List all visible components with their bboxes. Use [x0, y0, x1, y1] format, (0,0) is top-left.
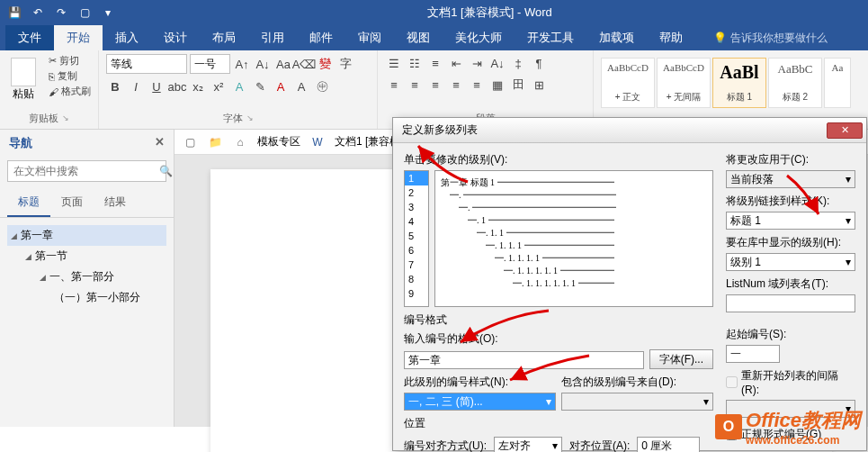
tree-item[interactable]: ◢一、第一部分: [7, 267, 166, 287]
tab-results[interactable]: 结果: [94, 189, 137, 217]
listnum-input[interactable]: [726, 294, 855, 312]
tab-references[interactable]: 引用: [248, 25, 297, 50]
gallery-level-combo[interactable]: 级别 1▾: [726, 253, 855, 271]
align-left-icon[interactable]: ≡: [385, 76, 403, 94]
font-name-combo[interactable]: 等线: [106, 54, 187, 74]
tab-layout[interactable]: 布局: [200, 25, 248, 50]
sort2-icon[interactable]: ⊞: [530, 76, 548, 94]
style-more[interactable]: Aa: [824, 58, 851, 108]
grow-font-icon[interactable]: A↑: [233, 55, 251, 73]
show-marks-icon[interactable]: ¶: [530, 54, 548, 72]
bold-icon[interactable]: B: [106, 77, 124, 95]
copy-button[interactable]: ⎘复制: [49, 69, 91, 83]
level-item[interactable]: 5: [405, 229, 428, 243]
increase-indent-icon[interactable]: ⇥: [468, 54, 486, 72]
level-item[interactable]: 2: [405, 185, 428, 200]
subscript-icon[interactable]: x₂: [189, 77, 207, 95]
tree-item[interactable]: ◢第一节: [7, 246, 166, 267]
numbering-icon[interactable]: ☷: [406, 54, 424, 72]
apply-to-combo[interactable]: 当前段落▾: [726, 170, 855, 188]
distribute-icon[interactable]: ≡: [468, 76, 486, 94]
tell-me-search[interactable]: 💡 告诉我你想要做什么: [713, 25, 828, 50]
level-item[interactable]: 8: [405, 272, 428, 286]
redo-icon[interactable]: ↷: [52, 4, 70, 22]
underline-icon[interactable]: U: [148, 77, 166, 95]
highlight-icon[interactable]: ✎: [251, 77, 269, 95]
home-icon[interactable]: ⌂: [232, 134, 248, 150]
level-item[interactable]: 3: [405, 200, 428, 214]
phonetic-icon[interactable]: 變: [316, 55, 334, 73]
shrink-font-icon[interactable]: A↓: [254, 55, 272, 73]
level-item[interactable]: 4: [405, 214, 428, 229]
folder-icon[interactable]: 📁: [207, 134, 223, 150]
strike-icon[interactable]: abc: [168, 77, 186, 95]
new-icon[interactable]: ▢: [76, 4, 94, 22]
qat-dropdown-icon[interactable]: ▾: [99, 4, 117, 22]
style-heading2[interactable]: AaBbC 标题 2: [768, 58, 822, 108]
tree-item[interactable]: ◢第一章: [7, 225, 166, 246]
tree-item[interactable]: （一）第一小部分: [7, 287, 166, 308]
font-color-icon[interactable]: A: [272, 77, 290, 95]
clear-format-icon[interactable]: A⌫: [295, 55, 313, 73]
line-spacing-icon[interactable]: ‡: [509, 54, 527, 72]
level-item[interactable]: 1: [405, 171, 428, 185]
tab-mailings[interactable]: 邮件: [297, 25, 345, 50]
undo-icon[interactable]: ↶: [29, 4, 47, 22]
format-painter-button[interactable]: 🖌格式刷: [49, 85, 91, 98]
tab-devtools[interactable]: 开发工具: [515, 25, 586, 50]
superscript-icon[interactable]: x²: [210, 77, 228, 95]
enclose-icon[interactable]: 字: [336, 55, 354, 73]
italic-icon[interactable]: I: [127, 77, 145, 95]
close-icon[interactable]: ✕: [155, 135, 165, 151]
borders-icon[interactable]: 田: [509, 76, 527, 94]
decrease-indent-icon[interactable]: ⇤: [447, 54, 465, 72]
restart-checkbox-row[interactable]: 重新开始列表的间隔(R):: [726, 368, 855, 396]
start-at-input[interactable]: [726, 345, 780, 363]
circle-icon[interactable]: ㊥: [313, 77, 331, 95]
multilevel-icon[interactable]: ≡: [426, 54, 444, 72]
style-nospacing[interactable]: AaBbCcD + 无间隔: [657, 58, 711, 108]
tab-insert[interactable]: 插入: [103, 25, 151, 50]
level-item[interactable]: 6: [405, 243, 428, 258]
number-format-input[interactable]: [404, 351, 644, 369]
tab-view[interactable]: 视图: [394, 25, 443, 50]
restart-checkbox[interactable]: [726, 376, 738, 388]
tab-design[interactable]: 设计: [151, 25, 200, 50]
tab-home[interactable]: 开始: [54, 25, 103, 50]
level-item[interactable]: 9: [405, 286, 428, 301]
justify-icon[interactable]: ≡: [447, 76, 465, 94]
dialog-launcher-icon[interactable]: ↘: [62, 113, 69, 122]
cut-button[interactable]: ✂剪切: [49, 54, 91, 68]
change-case-icon[interactable]: Aa: [274, 55, 292, 73]
level-item[interactable]: 7: [405, 258, 428, 272]
dialog-launcher-icon[interactable]: ↘: [246, 113, 254, 122]
align-right-icon[interactable]: ≡: [426, 76, 444, 94]
sort-icon[interactable]: A↓: [488, 54, 506, 72]
tab-addins[interactable]: 加载项: [586, 25, 647, 50]
alignment-combo[interactable]: 左对齐▾: [494, 437, 562, 452]
font-size-combo[interactable]: 一号: [190, 54, 230, 74]
template-tab[interactable]: 模板专区: [257, 134, 300, 149]
paste-button[interactable]: 粘贴: [7, 54, 40, 111]
nav-search[interactable]: 🔍: [7, 160, 166, 182]
style-normal[interactable]: AaBbCcD + 正文: [601, 58, 655, 108]
close-button[interactable]: ✕: [827, 122, 863, 139]
tab-help[interactable]: 帮助: [647, 25, 695, 50]
number-style-combo[interactable]: 一, 二, 三 (简)...▾: [404, 393, 556, 411]
save-icon[interactable]: 💾: [5, 4, 23, 22]
font-button[interactable]: 字体(F)...: [649, 349, 713, 369]
bullets-icon[interactable]: ☰: [385, 54, 403, 72]
tab-review[interactable]: 审阅: [345, 25, 394, 50]
tab-pages[interactable]: 页面: [50, 189, 94, 217]
nav-back-icon[interactable]: ▢: [182, 134, 198, 150]
tab-file[interactable]: 文件: [5, 25, 54, 50]
align-center-icon[interactable]: ≡: [406, 76, 424, 94]
search-input[interactable]: [8, 165, 154, 177]
char-border-icon[interactable]: A: [292, 77, 310, 95]
tab-beautify[interactable]: 美化大师: [443, 25, 515, 50]
level-list[interactable]: 1 2 3 4 5 6 7 8 9: [404, 170, 429, 307]
shading-icon[interactable]: ▦: [488, 76, 506, 94]
align-at-input[interactable]: [637, 437, 700, 452]
tab-headings[interactable]: 标题: [7, 189, 50, 217]
text-effects-icon[interactable]: A: [230, 77, 248, 95]
